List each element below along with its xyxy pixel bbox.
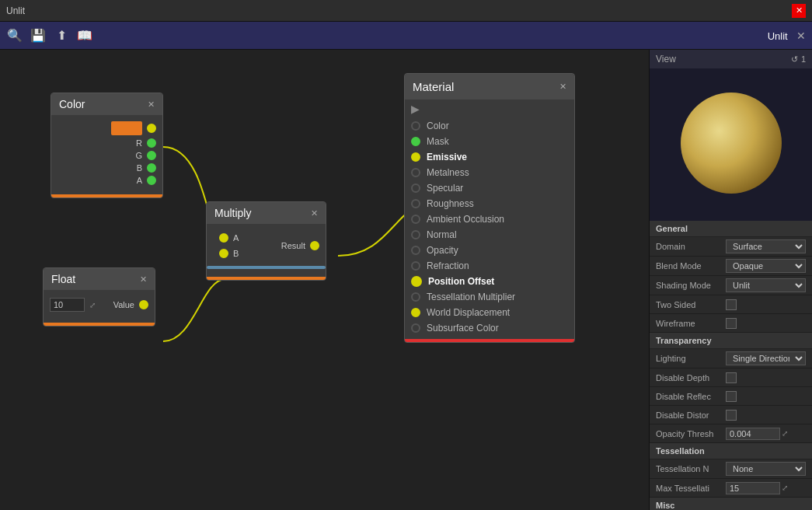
- mat-roughness-socket[interactable]: [411, 199, 420, 208]
- float-node-header: Float ✕: [44, 268, 155, 290]
- multiply-b-row: B: [213, 247, 269, 260]
- multiply-result-socket[interactable]: [310, 241, 319, 250]
- float-output-socket[interactable]: [139, 300, 148, 309]
- material-node-footer: [405, 339, 574, 342]
- toolbar-left: 🔍 💾 ⬆ 📖: [6, 27, 93, 44]
- color-r-row: R: [51, 137, 162, 149]
- material-slot-refraction[interactable]: Refraction: [405, 258, 574, 274]
- mat-mask-socket[interactable]: [411, 137, 420, 146]
- mat-position-offset-socket[interactable]: [411, 276, 422, 287]
- disable-distor-checkbox[interactable]: [726, 410, 737, 421]
- blend-mode-select[interactable]: Opaque Masked Translucent Additive: [726, 259, 806, 273]
- material-slot-subsurface[interactable]: Subsurface Color: [405, 320, 574, 336]
- color-swatch[interactable]: [111, 121, 142, 135]
- material-slot-tessellation-mult[interactable]: Tessellation Multiplier: [405, 289, 574, 305]
- toolbar-title: Unlit: [768, 30, 788, 42]
- mat-ao-socket[interactable]: [411, 215, 420, 224]
- book-icon[interactable]: 📖: [76, 27, 93, 44]
- float-input-row: ⤢ Value: [44, 295, 155, 315]
- color-b-socket[interactable]: [147, 163, 156, 173]
- color-a-socket[interactable]: [147, 176, 156, 185]
- properties-panel: General Domain Surface Volume Blend Mode…: [650, 221, 812, 510]
- material-slot-position-offset[interactable]: Position Offset: [405, 274, 574, 289]
- material-node-close[interactable]: ✕: [559, 82, 566, 92]
- material-slot-color[interactable]: Color: [405, 118, 574, 134]
- material-slot-roughness[interactable]: Roughness: [405, 196, 574, 211]
- tessellation-n-row: Tessellation N None Flat PN Triangles: [650, 459, 812, 479]
- lighting-select[interactable]: Single Directional None Volumetric: [726, 351, 806, 365]
- color-node[interactable]: Color ✕ R G B: [51, 93, 163, 198]
- two-sided-checkbox[interactable]: [726, 299, 737, 310]
- title-bar: Unlit ✕: [0, 0, 812, 22]
- float-value-input[interactable]: [50, 298, 85, 312]
- color-node-close[interactable]: ✕: [148, 100, 155, 110]
- disable-depth-checkbox[interactable]: [726, 372, 737, 383]
- transparency-section-header: Transparency: [650, 333, 812, 349]
- float-node[interactable]: Float ✕ ⤢ Value: [43, 267, 155, 327]
- disable-distor-row: Disable Distor: [650, 406, 812, 424]
- tessellation-n-select[interactable]: None Flat PN Triangles: [726, 462, 806, 476]
- multiply-a-row: A: [213, 232, 269, 244]
- preview-header: View ↺ 1: [650, 50, 812, 68]
- mat-normal-socket[interactable]: [411, 230, 420, 239]
- multiply-b-input-socket[interactable]: [219, 249, 228, 258]
- color-g-socket[interactable]: [147, 151, 156, 160]
- disable-reflec-checkbox[interactable]: [726, 391, 737, 402]
- max-tessellati-expand-icon[interactable]: ⤢: [782, 484, 788, 492]
- mat-metalness-socket[interactable]: [411, 168, 420, 177]
- general-section-header: General: [650, 221, 812, 237]
- mat-opacity-socket[interactable]: [411, 246, 420, 255]
- max-tessellati-input[interactable]: [726, 482, 780, 494]
- material-slot-metalness[interactable]: Metalness: [405, 165, 574, 180]
- material-slot-emissive[interactable]: Emissive: [405, 149, 574, 165]
- float-expand-icon[interactable]: ⤢: [89, 301, 96, 309]
- shading-mode-select[interactable]: Unlit Default Lit Subsurface: [726, 278, 806, 292]
- material-slot-opacity[interactable]: Opacity: [405, 243, 574, 258]
- wireframe-checkbox[interactable]: [726, 318, 737, 329]
- mat-emissive-socket[interactable]: [411, 152, 420, 162]
- save-icon[interactable]: 💾: [30, 27, 47, 44]
- domain-row: Domain Surface Volume: [650, 237, 812, 257]
- float-node-close[interactable]: ✕: [140, 274, 147, 285]
- mat-refraction-socket[interactable]: [411, 261, 420, 271]
- opacity-thresh-row: Opacity Thresh ⤢: [650, 424, 812, 443]
- multiply-node-body: A B Result: [207, 224, 326, 274]
- multiply-node[interactable]: Multiply ✕ A B: [206, 201, 326, 281]
- mat-specular-socket[interactable]: [411, 183, 420, 193]
- float-node-body: ⤢ Value: [44, 290, 155, 320]
- material-slot-specular[interactable]: Specular: [405, 180, 574, 196]
- mat-tessellation-mult-socket[interactable]: [411, 292, 420, 302]
- multiply-node-close[interactable]: ✕: [311, 208, 318, 218]
- material-arrow: ▶: [405, 100, 574, 118]
- float-node-footer: [44, 323, 155, 326]
- node-canvas[interactable]: Color ✕ R G B: [0, 50, 649, 510]
- color-preview-row: [51, 120, 162, 137]
- color-r-socket[interactable]: [147, 138, 156, 148]
- export-icon[interactable]: ⬆: [53, 27, 70, 44]
- mat-subsurface-socket[interactable]: [411, 323, 420, 333]
- window-close-button[interactable]: ✕: [792, 4, 806, 18]
- material-slot-world-displacement[interactable]: World Displacement: [405, 305, 574, 320]
- material-slot-mask[interactable]: Mask: [405, 134, 574, 149]
- mat-color-socket[interactable]: [411, 121, 420, 131]
- sphere-preview: [681, 93, 782, 194]
- material-node-header: Material ✕: [405, 74, 574, 100]
- material-slot-ao[interactable]: Ambient Occlusion: [405, 211, 574, 227]
- title-bar-title: Unlit: [6, 5, 25, 16]
- opacity-thresh-expand-icon[interactable]: ⤢: [782, 429, 788, 438]
- color-a-row: A: [51, 174, 162, 187]
- search-icon[interactable]: 🔍: [6, 27, 23, 44]
- disable-depth-row: Disable Depth: [650, 369, 812, 387]
- mat-world-displacement-socket[interactable]: [411, 308, 420, 317]
- domain-select[interactable]: Surface Volume: [726, 239, 806, 253]
- material-slot-normal[interactable]: Normal: [405, 227, 574, 243]
- color-node-body: R G B A: [51, 115, 162, 191]
- opacity-thresh-input[interactable]: [726, 428, 780, 440]
- multiply-a-input-socket[interactable]: [219, 233, 228, 243]
- tessellation-section-header: Tessellation: [650, 443, 812, 459]
- wireframe-row: Wireframe: [650, 314, 812, 333]
- material-node[interactable]: Material ✕ ▶ Color Mask Emissive: [404, 73, 575, 343]
- color-output-socket[interactable]: [147, 124, 156, 133]
- toolbar-close-button[interactable]: ✕: [796, 30, 806, 42]
- max-tessellati-row: Max Tessellati ⤢: [650, 479, 812, 498]
